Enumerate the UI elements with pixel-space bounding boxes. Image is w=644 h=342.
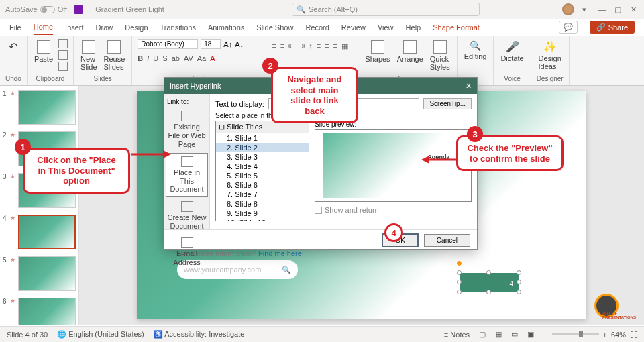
tab-review[interactable]: Review [341, 21, 366, 34]
indent-decrease-button[interactable]: ⇤ [288, 42, 294, 50]
bold-button[interactable]: B [138, 54, 143, 62]
format-painter-icon[interactable] [58, 62, 68, 71]
copy-icon[interactable] [58, 50, 68, 60]
char-spacing-button[interactable]: AV [184, 54, 193, 62]
slide-thumbnails: 1★ 2★ 3★ 4★ 5★ 6★ [0, 86, 79, 325]
arrange-button[interactable]: Arrange [396, 39, 425, 64]
user-avatar[interactable] [562, 3, 574, 15]
link-existing-file[interactable]: Existing File or Web Page [166, 108, 208, 152]
slide-item[interactable]: 7. Slide 7 [216, 190, 309, 199]
dictate-button[interactable]: 🎤Dictate [499, 39, 525, 64]
slide-list[interactable]: ⊟ Slide Titles 1. Slide 1 2. Slide 2 3. … [215, 121, 309, 221]
design-ideas-button[interactable]: ✨Design Ideas [537, 39, 563, 72]
undo-button[interactable]: ↶ [7, 39, 19, 54]
autosave-toggle[interactable]: AutoSave Off [5, 5, 67, 13]
link-create-new[interactable]: Create New Document [166, 198, 208, 233]
document-title: Gradient Green Light [95, 5, 164, 13]
quick-styles-button[interactable]: Quick Styles [429, 39, 451, 72]
minimize-icon[interactable]: — [598, 5, 606, 13]
notes-button[interactable]: ≡ Notes [444, 331, 470, 339]
cancel-button[interactable]: Cancel [424, 234, 470, 247]
tab-help[interactable]: Help [406, 21, 421, 34]
svg-marker-1 [163, 150, 171, 158]
tab-slideshow[interactable]: Slide Show [256, 21, 293, 34]
slide-item[interactable]: 3. Slide 3 [216, 152, 309, 162]
badge-3: 3 [467, 126, 483, 142]
accessibility-status[interactable]: ♿ Accessibility: Investigate [154, 330, 245, 339]
slide-counter[interactable]: Slide 4 of 30 [7, 331, 48, 339]
zoom-slider[interactable]: −+ 64% ⛶ [543, 331, 637, 339]
change-case-button[interactable]: Aa [197, 54, 206, 62]
badge-4: 4 [384, 223, 403, 242]
tab-shape-format[interactable]: Shape Format [433, 21, 480, 34]
decrease-font-icon[interactable]: A↓ [235, 40, 244, 48]
paste-button[interactable]: Paste [33, 39, 54, 64]
shapes-button[interactable]: Shapes [364, 39, 391, 64]
underline-button[interactable]: U [153, 54, 158, 62]
show-and-return-checkbox[interactable]: Show and return [315, 206, 472, 214]
text-shadow-button[interactable]: ab [172, 54, 180, 62]
tab-view[interactable]: View [378, 21, 394, 34]
numbering-button[interactable]: ≡ [280, 42, 284, 50]
ribbon-options-icon[interactable]: ▾ [582, 5, 590, 13]
tab-record[interactable]: Record [305, 21, 329, 34]
reading-view-icon[interactable]: ▭ [511, 330, 518, 339]
link-place-in-document[interactable]: Place in This Document [166, 153, 208, 198]
align-right-button[interactable]: ≡ [333, 42, 337, 50]
cut-icon[interactable] [58, 39, 68, 48]
screentip-button[interactable]: ScreenTip... [423, 98, 472, 109]
bullets-button[interactable]: ≡ [272, 42, 276, 50]
font-size-select[interactable]: 18 [201, 39, 221, 49]
line-spacing-button[interactable]: ↕ [309, 42, 313, 50]
new-slide-button[interactable]: New Slide [79, 39, 98, 72]
reuse-slides-button[interactable]: Reuse Slides [103, 39, 127, 72]
increase-font-icon[interactable]: A↑ [223, 40, 232, 48]
selected-shape[interactable]: 4 [459, 272, 519, 292]
tab-home[interactable]: Home [34, 20, 53, 35]
tab-insert[interactable]: Insert [65, 21, 84, 34]
slideshow-view-icon[interactable]: ▣ [527, 330, 534, 339]
link-to-sidebar: Link to: Existing File or Web Page Place… [164, 94, 210, 229]
link-email-address[interactable]: E-mail Address [166, 235, 208, 270]
tab-draw[interactable]: Draw [96, 21, 113, 34]
normal-view-icon[interactable]: ▢ [479, 330, 486, 339]
tab-design[interactable]: Design [125, 21, 148, 34]
svg-marker-3 [421, 156, 429, 164]
slide-item[interactable]: 8. Slide 8 [216, 199, 309, 209]
dialog-close-icon[interactable]: ✕ [466, 82, 472, 91]
slide-item[interactable]: 6. Slide 6 [216, 180, 309, 190]
align-left-button[interactable]: ≡ [317, 42, 321, 50]
slide-item[interactable]: 5. Slide 5 [216, 171, 309, 180]
thumbnail-5[interactable]: 5★ [3, 256, 76, 291]
fit-to-window-icon[interactable]: ⛶ [630, 331, 637, 339]
thumbnail-1[interactable]: 1★ [3, 90, 76, 125]
italic-button[interactable]: I [147, 54, 149, 62]
close-icon[interactable]: ✕ [631, 5, 639, 13]
slide-item[interactable]: 1. Slide 1 [216, 133, 309, 143]
columns-button[interactable]: ▦ [341, 42, 348, 50]
search-input[interactable]: 🔍 Search (Alt+Q) [292, 3, 480, 16]
thumbnail-6[interactable]: 6★ [3, 298, 76, 325]
align-center-button[interactable]: ≡ [325, 42, 329, 50]
slide-item[interactable]: 10. Slide 10 [216, 218, 309, 221]
badge-1: 1 [15, 139, 31, 155]
font-name-select[interactable]: Roboto (Body) [138, 39, 198, 49]
thumbnail-4[interactable]: 4★ [3, 215, 76, 249]
share-button[interactable]: 🔗 Share [590, 21, 635, 34]
slide-item[interactable]: 9. Slide 9 [216, 209, 309, 218]
save-icon[interactable] [74, 5, 83, 14]
editing-button[interactable]: 🔍Editing [463, 39, 488, 62]
maximize-icon[interactable]: ▢ [614, 5, 623, 13]
comments-button[interactable]: 💬 [559, 21, 578, 34]
tab-animations[interactable]: Animations [208, 21, 244, 34]
tab-file[interactable]: File [9, 21, 21, 34]
slide-item[interactable]: 4. Slide 4 [216, 162, 309, 171]
search-icon: 🔍 [297, 5, 306, 14]
slide-item-selected[interactable]: 2. Slide 2 [216, 143, 309, 152]
font-color-button[interactable]: A [210, 54, 215, 62]
indent-increase-button[interactable]: ⇥ [299, 42, 305, 50]
tab-transitions[interactable]: Transitions [160, 21, 196, 34]
slide-sorter-icon[interactable]: ▦ [495, 330, 502, 339]
strikethrough-button[interactable]: S [162, 54, 167, 62]
language-status[interactable]: 🌐 English (United States) [57, 330, 144, 339]
